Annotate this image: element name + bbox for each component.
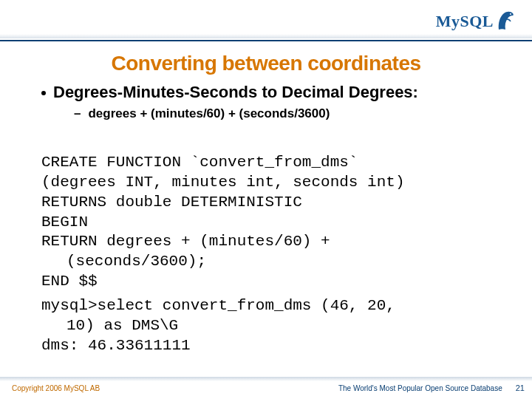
code-line: RETURN degrees + (minutes/60) +: [41, 233, 330, 250]
code-line: dms: 46.33611111: [41, 337, 191, 354]
slide-content: Degrees-Minutes-Seconds to Decimal Degre…: [0, 83, 532, 399]
header-band: MySQL: [0, 0, 532, 41]
svg-point-0: [510, 13, 511, 15]
code-line: END $$: [41, 273, 98, 290]
mysql-logo: MySQL: [436, 9, 516, 31]
tagline-text: The World's Most Popular Open Source Dat…: [338, 384, 502, 392]
copyright-text: Copyright 2006 MySQL AB: [12, 384, 100, 392]
bullet-dash-icon: –: [74, 106, 81, 121]
code-block: CREATE FUNCTION `convert_from_dms` (degr…: [41, 133, 497, 376]
footer: Copyright 2006 MySQL AB The World's Most…: [0, 380, 532, 399]
code-line: mysql>select convert_from_dms (46, 20,: [41, 297, 395, 314]
bullet-level-1: Degrees-Minutes-Seconds to Decimal Degre…: [41, 83, 497, 102]
code-line: CREATE FUNCTION `convert_from_dms`: [41, 154, 358, 171]
code-line: 10) as DMS\G: [41, 316, 497, 336]
code-gap: [41, 292, 497, 296]
bullet-1-text: Degrees-Minutes-Seconds to Decimal Degre…: [53, 83, 418, 102]
page-number: 21: [516, 383, 525, 392]
code-line: BEGIN: [41, 214, 88, 231]
footer-right: The World's Most Popular Open Source Dat…: [338, 383, 525, 392]
slide: MySQL Converting between coordinates Deg…: [0, 0, 532, 399]
code-line: (seconds/3600);: [41, 252, 497, 272]
slide-title: Converting between coordinates: [30, 52, 502, 75]
bullet-level-2: – degrees + (minutes/60) + (seconds/3600…: [74, 106, 497, 121]
bullet-2-text: degrees + (minutes/60) + (seconds/3600): [88, 106, 330, 121]
dolphin-icon: [497, 9, 516, 31]
code-line: RETURNS double DETERMINISTIC: [41, 194, 302, 211]
code-line: (degrees INT, minutes int, seconds int): [41, 174, 404, 191]
logo-text: MySQL: [436, 12, 494, 31]
bullet-dot-icon: [41, 91, 46, 95]
